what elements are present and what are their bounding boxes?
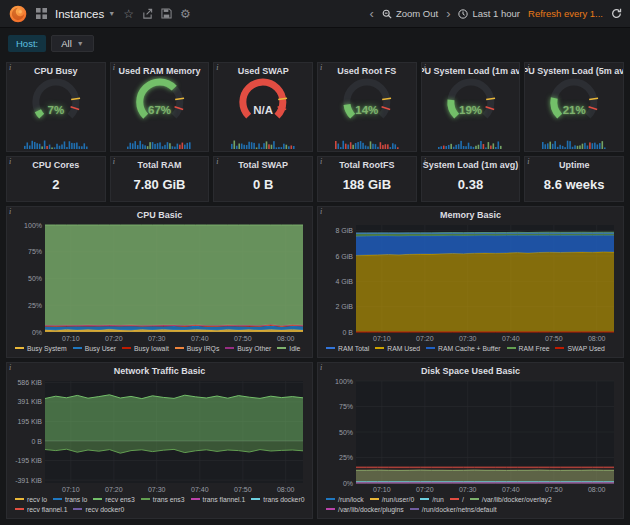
legend-item-busy-irqs[interactable]: Busy IRQs [175, 344, 219, 354]
panel-title[interactable]: CPU System Load (1m avg) [422, 63, 520, 76]
time-range-button[interactable]: Last 1 hour [458, 8, 520, 19]
x-tick-label: 08:00 [588, 486, 606, 493]
panel-title[interactable]: Disk Space Used Basic [318, 363, 623, 376]
legend-item-swap-used[interactable]: SWAP Used [555, 344, 604, 354]
panel-info-icon[interactable]: i [9, 63, 11, 72]
refresh-interval-button[interactable]: Refresh every 1... [528, 8, 603, 19]
x-tick-label: 07:30 [459, 486, 477, 493]
time-shift-forward-icon[interactable]: › [446, 7, 450, 20]
chart-body: 07:1007:2007:3007:4007:5008:00586 KiB391… [11, 378, 308, 515]
panel-info-icon[interactable]: i [424, 157, 426, 166]
sparkline [24, 139, 88, 149]
legend-item-trans-flannel-1[interactable]: trans flannel.1 [191, 495, 246, 505]
legend-item-busy-user[interactable]: Busy User [73, 344, 116, 354]
legend-swatch [53, 498, 62, 500]
panel-info-icon[interactable]: i [9, 157, 11, 166]
legend-swatch [15, 347, 24, 349]
chart-plot[interactable]: 07:1007:2007:3007:4007:5008:00100%75%50%… [322, 378, 619, 494]
dashboard-title-button[interactable]: Instances ▼ [55, 8, 115, 20]
panel-info-icon[interactable]: i [527, 157, 529, 166]
panel-title[interactable]: CPU Cores [7, 157, 105, 170]
legend-item-run-lock[interactable]: /run/lock [326, 495, 364, 505]
panel-title[interactable]: Uptime [525, 157, 623, 170]
zoom-out-button[interactable]: Zoom Out [382, 8, 438, 19]
panel-title[interactable]: Used SWAP [214, 63, 312, 76]
panel-title[interactable]: System Load (1m avg) [422, 157, 520, 170]
y-tick-label: 100% [335, 378, 353, 385]
panel-info-icon[interactable]: i [320, 63, 322, 72]
navbar: Instances ▼ ☆ ⚙ ‹ Zoom Out › Last 1 hour… [0, 0, 630, 28]
legend-item-recv-flannel-1[interactable]: recv flannel.1 [15, 505, 67, 515]
panel-cpu-busy: i CPU Busy 7% [6, 62, 106, 152]
settings-gear-icon[interactable]: ⚙ [180, 8, 191, 20]
legend-item-ram-total[interactable]: RAM Total [326, 344, 369, 354]
share-icon[interactable] [142, 8, 153, 19]
legend-item-idle[interactable]: Idle [277, 344, 300, 354]
legend-item-[interactable]: / [450, 495, 464, 505]
gauge-value: 14% [318, 104, 416, 116]
panel-info-icon[interactable]: i [320, 363, 322, 372]
panel-info-icon[interactable]: i [216, 157, 218, 166]
legend-item-run-user-0[interactable]: /run/user/0 [370, 495, 415, 505]
grafana-logo-icon[interactable] [8, 4, 28, 24]
chart-plot[interactable]: 07:1007:2007:3007:4007:5008:00100%75%50%… [11, 222, 308, 343]
star-icon[interactable]: ☆ [123, 8, 134, 20]
dashboard-grid-icon[interactable] [36, 8, 47, 19]
legend-item-trans-ens3[interactable]: trans ens3 [141, 495, 185, 505]
panel-info-icon[interactable]: i [9, 363, 11, 372]
y-tick-label: 2 GiB [335, 303, 353, 310]
legend-item-recv-lo[interactable]: recv lo [15, 495, 47, 505]
panel-title[interactable]: Total RAM [111, 157, 209, 170]
legend-item-run[interactable]: /run [420, 495, 444, 505]
host-variable-dropdown[interactable]: All ▼ [51, 35, 94, 52]
y-tick-label: 50% [28, 275, 42, 282]
legend-item-busy-system[interactable]: Busy System [15, 344, 67, 354]
panel-title[interactable]: Memory Basic [318, 207, 623, 220]
y-tick-label: 0% [343, 480, 353, 487]
panel-info-icon[interactable]: i [320, 157, 322, 166]
legend-item-busy-iowait[interactable]: Busy Iowait [122, 344, 169, 354]
save-icon[interactable] [161, 8, 172, 19]
legend-item-var-lib-docker-overlay2[interactable]: /var/lib/docker/overlay2 [470, 495, 552, 505]
legend-item-run-docker-netns-default[interactable]: /run/docker/netns/default [410, 505, 497, 515]
panel-title[interactable]: CPU Busy [7, 63, 105, 76]
panel-cpu-system-load-1m-avg: i CPU System Load (1m avg) 19% [421, 62, 521, 152]
legend-item-trans-lo[interactable]: trans lo [53, 495, 87, 505]
panel-title[interactable]: Network Traffic Basic [7, 363, 312, 376]
legend-item-ram-free[interactable]: RAM Free [507, 344, 550, 354]
dashboard-title: Instances [55, 8, 104, 20]
x-tick-label: 07:10 [62, 335, 80, 342]
host-variable-label[interactable]: Host: [8, 35, 46, 52]
panel-info-icon[interactable]: i [527, 63, 529, 72]
panel-info-icon[interactable]: i [113, 157, 115, 166]
refresh-icon[interactable] [611, 8, 622, 19]
panel-title[interactable]: Used RAM Memory [111, 63, 209, 76]
legend-item-var-lib-docker-plugins[interactable]: /var/lib/docker/plugins [326, 505, 404, 515]
legend-swatch [370, 498, 379, 500]
chart-legend: /run/lock/run/user/0/run//var/lib/docker… [322, 494, 619, 515]
legend-item-recv-ens3[interactable]: recv ens3 [93, 495, 134, 505]
panel-info-icon[interactable]: i [216, 63, 218, 72]
series-area-idle [45, 225, 303, 326]
legend-item-busy-other[interactable]: Busy Other [225, 344, 271, 354]
panel-title[interactable]: CPU Basic [7, 207, 312, 220]
time-shift-back-icon[interactable]: ‹ [370, 7, 374, 20]
panel-title[interactable]: Total RootFS [318, 157, 416, 170]
panel-title[interactable]: Total SWAP [214, 157, 312, 170]
panel-info-icon[interactable]: i [424, 63, 426, 72]
legend-item-recv-docker0[interactable]: recv docker0 [73, 505, 124, 515]
chart-plot[interactable]: 07:1007:2007:3007:4007:5008:00586 KiB391… [11, 378, 308, 494]
panel-info-icon[interactable]: i [113, 63, 115, 72]
stat-row: i CPU Cores 2 i Total RAM 7.80 GiB i Tot… [6, 156, 624, 202]
legend-item-ram-used[interactable]: RAM Used [375, 344, 420, 354]
chart-plot[interactable]: 07:1007:2007:3007:4007:5008:008 GiB6 GiB… [322, 222, 619, 343]
panel-title[interactable]: Used Root FS [318, 63, 416, 76]
legend-item-trans-docker0[interactable]: trans docker0 [251, 495, 304, 505]
legend-swatch [326, 508, 335, 510]
panel-info-icon[interactable]: i [320, 207, 322, 216]
panel-info-icon[interactable]: i [9, 207, 11, 216]
legend-item-ram-cache-buffer[interactable]: RAM Cache + Buffer [426, 344, 500, 354]
panel-title[interactable]: CPU System Load (5m avg) [525, 63, 623, 76]
x-tick-label: 08:00 [588, 335, 606, 342]
y-tick-label: 25% [28, 302, 42, 309]
